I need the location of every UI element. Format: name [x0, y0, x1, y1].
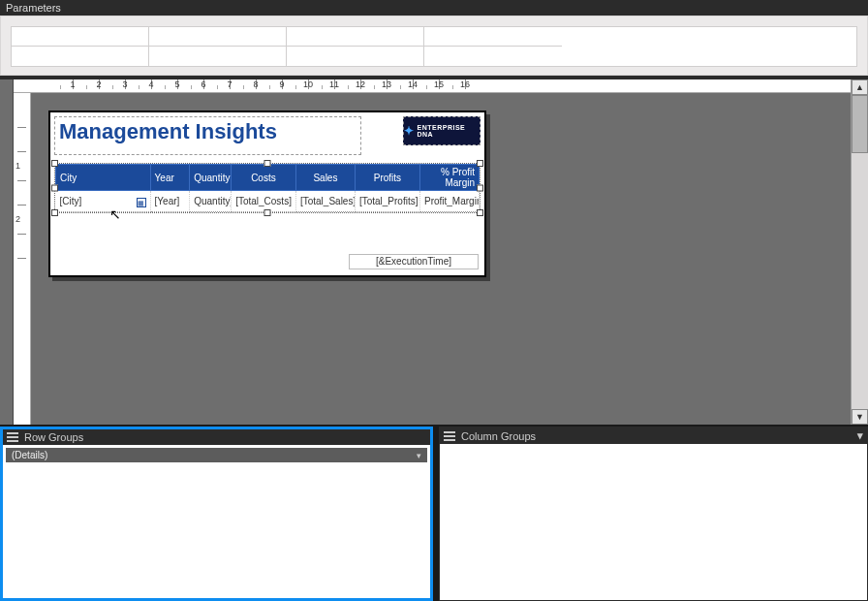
ruler-label: 1 — [70, 79, 75, 89]
parameters-panel-body — [0, 16, 868, 76]
column-groups-panel[interactable]: Column Groups ▾ — [439, 427, 868, 601]
ruler-label: 3 — [122, 79, 127, 89]
column-header[interactable]: Sales — [295, 165, 355, 191]
ruler-label: 13 — [382, 79, 391, 89]
param-cell[interactable] — [287, 27, 424, 47]
parameters-title: Parameters — [6, 2, 61, 14]
horizontal-ruler: 12345678910111213141516 — [14, 79, 851, 93]
vertical-scrollbar[interactable]: ▲ ▼ — [851, 79, 868, 425]
group-indicator-icon[interactable]: ▦ — [137, 198, 146, 207]
ruler-label: 6 — [201, 79, 205, 89]
cell-field: [City] — [60, 196, 82, 206]
param-cell[interactable] — [149, 47, 287, 66]
ruler-label: 16 — [460, 79, 470, 89]
column-header[interactable]: % Profit Margin — [419, 165, 479, 191]
param-cell[interactable] — [12, 47, 149, 66]
table-cell[interactable]: [Total_Sales] — [295, 191, 355, 212]
scroll-up-button[interactable]: ▲ — [852, 79, 868, 95]
dropdown-icon[interactable]: ▾ — [417, 451, 421, 460]
row-group-item-label: (Details) — [12, 450, 47, 460]
resize-handle[interactable] — [51, 209, 58, 216]
column-groups-title: Column Groups — [461, 430, 536, 442]
parameters-panel-header[interactable]: Parameters — [0, 0, 868, 16]
resize-handle[interactable] — [51, 185, 58, 192]
report-title-textbox[interactable]: Management Insights — [54, 116, 361, 155]
logo-text: ENTERPRISE DNA — [418, 124, 480, 138]
scroll-down-button[interactable]: ▼ — [852, 409, 868, 425]
column-header[interactable]: Year — [150, 165, 190, 191]
table-cell[interactable]: Profit_Margin] — [419, 191, 479, 212]
row-group-item[interactable]: (Details) ▾ — [6, 448, 427, 462]
ruler-label: 9 — [279, 79, 284, 89]
report-body[interactable]: Management Insights ✦ ENTERPRISE DNA — [48, 111, 486, 277]
ruler-label: 2 — [96, 79, 101, 89]
execution-time-textbox[interactable]: [&ExecutionTime] — [349, 254, 479, 269]
vertical-ruler: 1 2 — [14, 93, 31, 425]
logo-glyph-icon: ✦ — [404, 124, 415, 138]
param-cell[interactable] — [287, 47, 424, 66]
ruler-label: 8 — [253, 79, 258, 89]
table-cell[interactable]: [Total_Profits] — [355, 191, 419, 212]
ruler-label: 4 — [148, 79, 153, 89]
row-groups-title: Row Groups — [24, 431, 83, 443]
ruler-label: 15 — [434, 79, 444, 89]
table-cell[interactable]: [City] ▦ — [56, 191, 151, 212]
report-table[interactable]: City Year Quantity Costs Sales Profits %… — [54, 163, 480, 213]
resize-handle[interactable] — [264, 160, 271, 167]
column-header[interactable]: Costs — [231, 165, 295, 191]
param-cell[interactable] — [149, 27, 287, 47]
param-cell[interactable] — [424, 47, 562, 66]
resize-handle[interactable] — [477, 160, 483, 167]
param-cell[interactable] — [12, 27, 149, 47]
row-groups-icon — [7, 432, 18, 442]
row-groups-header[interactable]: Row Groups — [3, 429, 430, 445]
column-header[interactable]: City — [56, 165, 151, 191]
ruler-label: 7 — [227, 79, 232, 89]
column-header[interactable]: Profits — [355, 165, 419, 191]
scroll-thumb[interactable] — [852, 95, 868, 153]
resize-handle[interactable] — [477, 209, 483, 216]
row-groups-body[interactable]: (Details) ▾ — [3, 445, 430, 598]
table-header-row[interactable]: City Year Quantity Costs Sales Profits %… — [56, 165, 480, 191]
column-header[interactable]: Quantity — [190, 165, 232, 191]
design-canvas[interactable]: Management Insights ✦ ENTERPRISE DNA — [31, 93, 851, 425]
scroll-track[interactable] — [852, 95, 868, 409]
ruler-label: 14 — [408, 79, 418, 89]
table-cell[interactable]: Quantity] — [190, 191, 232, 212]
table-cell[interactable]: [Year] — [150, 191, 190, 212]
resize-handle[interactable] — [477, 185, 483, 192]
logo-image[interactable]: ✦ ENTERPRISE DNA — [403, 116, 480, 145]
column-groups-header[interactable]: Column Groups ▾ — [440, 427, 867, 444]
ruler-label: 5 — [174, 79, 179, 89]
column-groups-icon — [444, 431, 455, 441]
row-groups-panel[interactable]: Row Groups (Details) ▾ — [0, 427, 433, 601]
ruler-label: 12 — [356, 79, 365, 89]
param-cell[interactable] — [424, 27, 562, 47]
resize-handle[interactable] — [264, 209, 271, 216]
resize-handle[interactable] — [51, 160, 58, 167]
left-gutter — [0, 79, 14, 425]
ruler-label: 11 — [329, 79, 339, 89]
ruler-label: 10 — [303, 79, 313, 89]
parameters-grid[interactable] — [11, 26, 857, 67]
column-groups-body[interactable] — [440, 444, 867, 600]
collapse-icon[interactable]: ▾ — [857, 429, 863, 442]
design-area: 12345678910111213141516 1 2 Management I… — [0, 79, 868, 425]
